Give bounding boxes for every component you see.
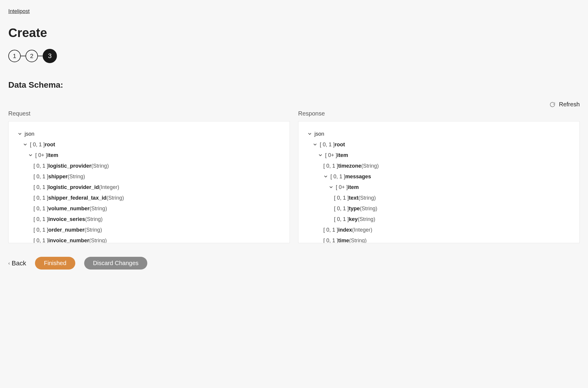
- tree-root[interactable]: json: [17, 129, 281, 139]
- tree-node[interactable]: 0, 1textString: [307, 193, 571, 203]
- tree-node[interactable]: 0, 1invoice_seriesString: [17, 214, 281, 225]
- field-name: item: [337, 150, 348, 161]
- tree-node[interactable]: 0, 1invoice_numberString: [17, 235, 281, 243]
- field-name: shipper_federal_tax_id: [48, 193, 106, 203]
- breadcrumb[interactable]: Intelipost: [8, 8, 30, 14]
- tree-node[interactable]: 0, 1root: [17, 139, 281, 150]
- tree-node[interactable]: 0, 1volume_numberString: [17, 203, 281, 214]
- cardinality: 0, 1: [330, 171, 345, 182]
- field-type: String: [85, 214, 103, 225]
- cardinality: 0, 1: [334, 203, 349, 214]
- field-type: String: [349, 235, 367, 243]
- discard-button[interactable]: Discard Changes: [84, 257, 147, 270]
- cardinality: 0, 1: [323, 161, 338, 171]
- cardinality: 0+: [325, 150, 337, 161]
- field-name: item: [47, 150, 58, 161]
- page-title: Create: [8, 26, 580, 40]
- cardinality: 0+: [336, 182, 348, 193]
- chevron-down-icon[interactable]: [307, 132, 312, 136]
- tree-node[interactable]: 0, 1keyString: [307, 214, 571, 225]
- field-type: Integer: [352, 225, 372, 235]
- finished-button[interactable]: Finished: [35, 257, 75, 270]
- request-column: Request json0, 1root0+item0, 1logistic_p…: [8, 110, 290, 243]
- back-label: Back: [12, 259, 26, 267]
- cardinality: 0, 1: [33, 193, 48, 203]
- field-name: text: [349, 193, 358, 203]
- field-type: String: [361, 161, 379, 171]
- field-type: String: [360, 203, 377, 214]
- field-name: logistic_provider: [48, 161, 91, 171]
- back-button[interactable]: ‹ Back: [8, 259, 26, 267]
- chevron-down-icon[interactable]: [17, 132, 22, 136]
- field-name: invoice_series: [48, 214, 85, 225]
- field-type: String: [91, 161, 109, 171]
- step-connector: [21, 56, 25, 56]
- cardinality: 0+: [35, 150, 47, 161]
- tree-node[interactable]: 0, 1shipperString: [17, 171, 281, 182]
- refresh-button[interactable]: Refresh: [8, 101, 580, 108]
- field-name: logistic_provider_id: [48, 182, 99, 193]
- step-3[interactable]: 3: [43, 49, 57, 63]
- cardinality: 0, 1: [33, 182, 48, 193]
- chevron-left-icon: ‹: [8, 261, 10, 266]
- field-type: String: [358, 193, 376, 203]
- field-name: type: [349, 203, 360, 214]
- field-name: messages: [345, 171, 371, 182]
- field-name: root: [45, 139, 55, 150]
- chevron-down-icon[interactable]: [313, 142, 317, 147]
- step-1[interactable]: 1: [8, 50, 21, 62]
- cardinality: 0, 1: [33, 235, 48, 243]
- cardinality: 0, 1: [323, 235, 338, 243]
- cardinality: 0, 1: [33, 203, 48, 214]
- tree-node[interactable]: 0, 1root: [307, 139, 571, 150]
- tree-node[interactable]: 0+item: [307, 150, 571, 161]
- field-name: item: [348, 182, 359, 193]
- chevron-down-icon[interactable]: [329, 185, 333, 190]
- refresh-icon: [549, 102, 555, 108]
- step-2[interactable]: 2: [25, 50, 38, 62]
- tree-root[interactable]: json: [307, 129, 571, 139]
- footer: ‹ Back Finished Discard Changes: [8, 257, 580, 270]
- chevron-down-icon[interactable]: [28, 153, 33, 158]
- tree-node[interactable]: 0+item: [307, 182, 571, 193]
- tree-node[interactable]: 0, 1logistic_providerString: [17, 161, 281, 171]
- chevron-down-icon[interactable]: [318, 153, 323, 158]
- field-name: shipper: [48, 171, 68, 182]
- field-type: String: [358, 214, 375, 225]
- tree-node[interactable]: 0, 1logistic_provider_idInteger: [17, 182, 281, 193]
- field-name: volume_number: [48, 203, 90, 214]
- tree-node[interactable]: 0, 1order_numberString: [17, 225, 281, 235]
- stepper: 1 2 3: [8, 49, 580, 63]
- field-name: time: [338, 235, 349, 243]
- cardinality: 0, 1: [320, 139, 335, 150]
- cardinality: 0, 1: [33, 214, 48, 225]
- tree-node[interactable]: 0, 1typeString: [307, 203, 571, 214]
- request-panel[interactable]: json0, 1root0+item0, 1logistic_providerS…: [8, 121, 290, 243]
- field-type: String: [90, 203, 107, 214]
- field-name: order_number: [48, 225, 84, 235]
- field-type: String: [84, 225, 102, 235]
- field-name: timezone: [338, 161, 361, 171]
- tree-node[interactable]: 0, 1timezoneString: [307, 161, 571, 171]
- tree-node[interactable]: 0, 1timeString: [307, 235, 571, 243]
- cardinality: 0, 1: [33, 225, 48, 235]
- field-name: key: [349, 214, 358, 225]
- chevron-down-icon[interactable]: [323, 174, 328, 179]
- cardinality: 0, 1: [33, 161, 48, 171]
- refresh-label: Refresh: [559, 101, 580, 108]
- step-connector: [38, 56, 43, 56]
- tree-root-label: json: [314, 129, 324, 139]
- response-column: Response json0, 1root0+item0, 1timezoneS…: [298, 110, 580, 243]
- request-label: Request: [8, 110, 290, 117]
- field-name: index: [338, 225, 352, 235]
- cardinality: 0, 1: [334, 193, 349, 203]
- field-name: root: [335, 139, 345, 150]
- tree-node[interactable]: 0, 1messages: [307, 171, 571, 182]
- chevron-down-icon[interactable]: [23, 142, 28, 147]
- response-panel[interactable]: json0, 1root0+item0, 1timezoneString0, 1…: [298, 121, 580, 243]
- tree-node[interactable]: 0, 1shipper_federal_tax_idString: [17, 193, 281, 203]
- cardinality: 0, 1: [334, 214, 349, 225]
- tree-node[interactable]: 0+item: [17, 150, 281, 161]
- tree-node[interactable]: 0, 1indexInteger: [307, 225, 571, 235]
- cardinality: 0, 1: [323, 225, 338, 235]
